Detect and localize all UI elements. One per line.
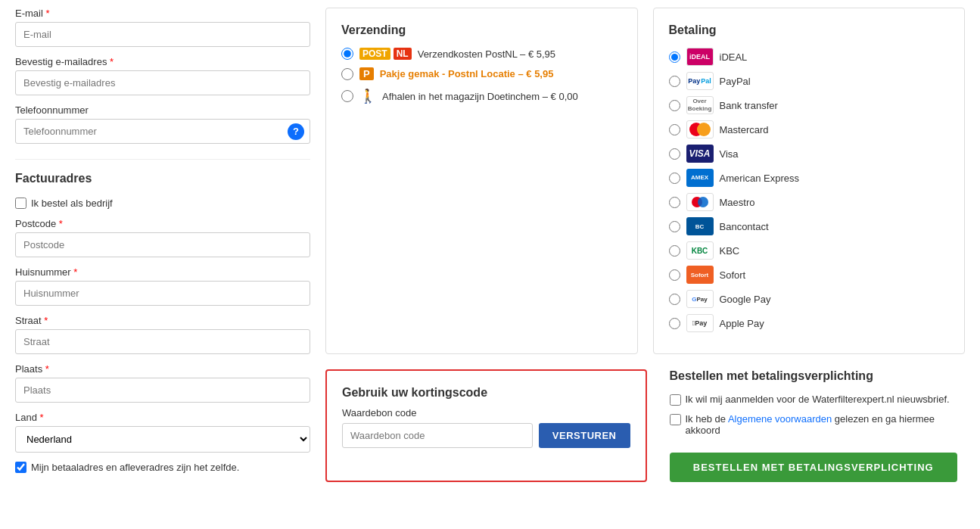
pay-radio-sofort[interactable] bbox=[669, 269, 680, 281]
kortingscode-title: Gebruik uw kortingscode bbox=[342, 386, 630, 400]
betaling-title: Betaling bbox=[669, 23, 950, 37]
pay-option-bank[interactable]: OverBoeking Bank transfer bbox=[669, 96, 950, 114]
factuur-title: Factuuradres bbox=[15, 172, 310, 188]
confirm-email-input[interactable] bbox=[15, 70, 310, 95]
amex-icon: AMEX bbox=[686, 169, 714, 187]
pay-option-mastercard[interactable]: Mastercard bbox=[669, 120, 950, 138]
shipping-option-pakje[interactable]: P Pakje gemak - Postnl Locatie – € 5,95 bbox=[341, 67, 622, 80]
pay-label-ideal: iDEAL bbox=[720, 51, 748, 63]
phone-input[interactable] bbox=[15, 119, 310, 144]
paypal-icon: PayPal bbox=[686, 72, 714, 90]
email-input[interactable] bbox=[15, 22, 310, 47]
pay-option-sofort[interactable]: Sofort Sofort bbox=[669, 266, 950, 284]
terms-checkbox[interactable] bbox=[670, 414, 681, 425]
shipping-radio-afhalen[interactable] bbox=[341, 90, 353, 102]
kortingscode-section: Gebruik uw kortingscode Waardebon code V… bbox=[325, 369, 647, 482]
plaats-label: Plaats * bbox=[15, 363, 310, 375]
pay-label-applepay: Apple Pay bbox=[720, 318, 764, 329]
mastercard-icon bbox=[686, 120, 714, 138]
plaats-input[interactable] bbox=[15, 378, 310, 403]
pay-radio-maestro[interactable] bbox=[669, 197, 680, 208]
bestellen-title: Bestellen met betalingsverplichting bbox=[670, 369, 958, 383]
same-address-label: Mijn betaaladres en afleveradres zijn he… bbox=[31, 462, 239, 473]
pay-option-googlepay[interactable]: GPay Google Pay bbox=[669, 290, 950, 308]
shipping-label-postnl: Verzendkosten PostNL – € 5,95 bbox=[418, 48, 555, 60]
land-label: Land * bbox=[15, 412, 310, 423]
pay-label-amex: American Express bbox=[720, 173, 799, 184]
pay-radio-paypal[interactable] bbox=[669, 76, 680, 87]
verzending-title: Verzending bbox=[341, 23, 622, 37]
pay-option-applepay[interactable]: Pay Apple Pay bbox=[669, 314, 950, 332]
postcode-label: Postcode * bbox=[15, 218, 310, 229]
pay-label-sofort: Sofort bbox=[720, 269, 746, 281]
shipping-option-postnl[interactable]: POST NL Verzendkosten PostNL – € 5,95 bbox=[341, 48, 622, 60]
pay-label-mastercard: Mastercard bbox=[720, 124, 769, 135]
pay-option-visa[interactable]: VISA Visa bbox=[669, 145, 950, 163]
pay-radio-bancontact[interactable] bbox=[669, 221, 680, 232]
pay-radio-visa[interactable] bbox=[669, 148, 680, 160]
terms-label: Ik heb de Algemene voorwaarden gelezen e… bbox=[686, 413, 958, 436]
pay-radio-kbc[interactable] bbox=[669, 245, 680, 257]
shipping-label-afhalen: Afhalen in het magazijn Doetinchem – € 0… bbox=[382, 91, 578, 102]
pay-label-kbc: KBC bbox=[720, 245, 740, 257]
ideal-icon: iDEAL bbox=[686, 48, 714, 66]
pay-option-amex[interactable]: AMEX American Express bbox=[669, 169, 950, 187]
land-select[interactable]: Nederland België Germany bbox=[15, 426, 310, 453]
postcode-input[interactable] bbox=[15, 232, 310, 257]
pay-radio-bank[interactable] bbox=[669, 100, 680, 111]
newsletter-label: Ik wil mij aanmelden voor de Waterfilter… bbox=[686, 394, 950, 405]
shipping-label-pakje: Pakje gemak - Postnl Locatie – € 5,95 bbox=[380, 68, 554, 79]
bancontact-icon: BC bbox=[686, 217, 714, 235]
applepay-icon: Pay bbox=[686, 314, 714, 332]
sofort-icon: Sofort bbox=[686, 266, 714, 284]
pay-label-maestro: Maestro bbox=[720, 197, 755, 208]
bestellen-section: Bestellen met betalingsverplichting Ik w… bbox=[662, 369, 966, 482]
googlepay-icon: GPay bbox=[686, 290, 714, 308]
terms-link[interactable]: Algemene voorwaarden bbox=[728, 413, 832, 425]
pay-label-paypal: PayPal bbox=[720, 76, 751, 87]
straat-label: Straat * bbox=[15, 315, 310, 326]
visa-icon: VISA bbox=[686, 145, 714, 163]
pay-radio-ideal[interactable] bbox=[669, 51, 680, 63]
phone-help-button[interactable]: ? bbox=[288, 123, 304, 140]
kbc-icon: KBC bbox=[686, 241, 714, 260]
pay-label-bank: Bank transfer bbox=[720, 100, 778, 111]
pay-option-ideal[interactable]: iDEAL iDEAL bbox=[669, 48, 950, 66]
shipping-option-afhalen[interactable]: 🚶 Afhalen in het magazijn Doetinchem – €… bbox=[341, 88, 622, 104]
email-label: E-mail * bbox=[15, 8, 310, 19]
pay-label-googlepay: Google Pay bbox=[720, 294, 771, 305]
pay-option-bancontact[interactable]: BC Bancontact bbox=[669, 217, 950, 235]
shipping-radio-postnl[interactable] bbox=[341, 48, 353, 60]
pay-option-paypal[interactable]: PayPal PayPal bbox=[669, 72, 950, 90]
same-address-checkbox[interactable] bbox=[15, 462, 26, 473]
bedrijf-checkbox[interactable] bbox=[15, 198, 26, 209]
pay-option-kbc[interactable]: KBC KBC bbox=[669, 241, 950, 260]
straat-input[interactable] bbox=[15, 329, 310, 354]
kortingscode-label: Waardebon code bbox=[342, 407, 630, 419]
pay-radio-googlepay[interactable] bbox=[669, 294, 680, 305]
huisnummer-input[interactable] bbox=[15, 281, 310, 306]
bestellen-button[interactable]: BESTELLEN MET BETALINGSVERPLICHTING bbox=[670, 453, 958, 482]
verzending-section: Verzending POST NL Verzendkosten PostNL … bbox=[325, 8, 638, 354]
shipping-radio-pakje[interactable] bbox=[341, 68, 353, 80]
pay-radio-applepay[interactable] bbox=[669, 318, 680, 329]
newsletter-checkbox[interactable] bbox=[670, 394, 681, 406]
pay-radio-amex[interactable] bbox=[669, 173, 680, 184]
pay-label-bancontact: Bancontact bbox=[720, 221, 769, 232]
huisnummer-label: Huisnummer * bbox=[15, 266, 310, 278]
kortingscode-input[interactable] bbox=[342, 423, 533, 448]
maestro-icon bbox=[686, 193, 714, 211]
betaling-section: Betaling iDEAL iDEAL PayPal PayPal bbox=[653, 8, 966, 354]
pay-label-visa: Visa bbox=[720, 148, 739, 160]
bank-icon: OverBoeking bbox=[686, 96, 714, 114]
pay-radio-mastercard[interactable] bbox=[669, 124, 680, 135]
confirm-email-label: Bevestig e-mailadres * bbox=[15, 56, 310, 67]
bedrijf-label: Ik bestel als bedrijf bbox=[31, 198, 113, 209]
phone-label: Telefoonnummer bbox=[15, 104, 310, 116]
versturen-button[interactable]: VERSTUREN bbox=[539, 423, 630, 448]
pay-option-maestro[interactable]: Maestro bbox=[669, 193, 950, 211]
